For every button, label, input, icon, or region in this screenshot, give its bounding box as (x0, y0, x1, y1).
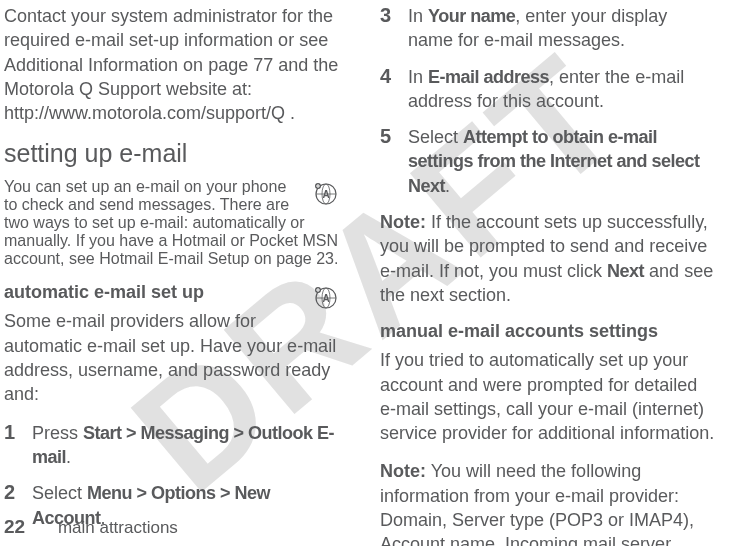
step-1: 1 Press Start > Messaging > Outlook E-ma… (4, 421, 340, 470)
network-a-icon: A (312, 180, 340, 208)
step-body: In Your name, enter your display name fo… (408, 4, 716, 53)
intro-paragraph: Contact your system administrator for th… (4, 4, 340, 125)
right-column: 3 In Your name, enter your display name … (360, 4, 720, 546)
step-number: 3 (380, 4, 408, 53)
step-body: Select Attempt to obtain e-mail settings… (408, 125, 716, 198)
step-number: 4 (380, 65, 408, 114)
step-body: Press Start > Messaging > Outlook E-mail… (32, 421, 340, 470)
svg-text:A: A (322, 189, 329, 200)
step-5: 5 Select Attempt to obtain e-mail settin… (380, 125, 716, 198)
manual-subheading: manual e-mail accounts settings (380, 321, 716, 342)
page-number: 22 (4, 516, 25, 537)
network-a-icon: A (312, 284, 340, 312)
footer-section: main attractions (58, 518, 178, 537)
auto-subheading: automatic e-mail set up (4, 282, 340, 303)
step-number: 5 (380, 125, 408, 198)
auto-body: Some e-mail providers allow for automati… (4, 309, 340, 406)
page-footer: 22 main attractions (4, 516, 178, 538)
setup-paragraph-block: A You can set up an e-mail on your phone… (4, 178, 340, 268)
manual-body: If you tried to automatically set up you… (380, 348, 716, 445)
step-body: In E-mail address, enter the e-mail addr… (408, 65, 716, 114)
left-column: Contact your system administrator for th… (0, 4, 360, 546)
section-heading: setting up e-mail (4, 139, 340, 168)
setup-paragraph: You can set up an e-mail on your phone t… (4, 178, 338, 267)
step-4: 4 In E-mail address, enter the e-mail ad… (380, 65, 716, 114)
step-number: 1 (4, 421, 32, 470)
page-content: Contact your system administrator for th… (0, 0, 753, 546)
note-2: Note: You will need the following inform… (380, 459, 716, 546)
auto-setup-block: A automatic e-mail set up Some e-mail pr… (4, 282, 340, 406)
note-1: Note: If the account sets up successfull… (380, 210, 716, 307)
svg-text:A: A (322, 293, 329, 304)
step-3: 3 In Your name, enter your display name … (380, 4, 716, 53)
